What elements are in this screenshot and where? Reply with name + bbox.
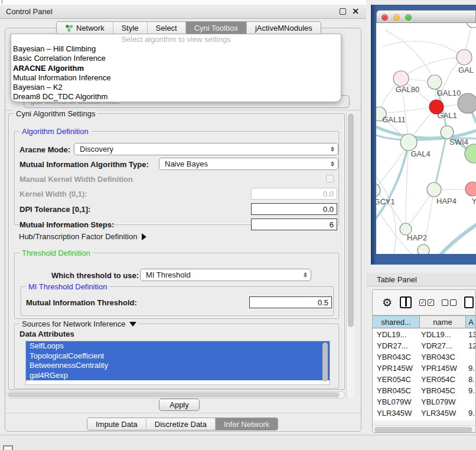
attribute-item-selected[interactable]: gal4RGexp [26,371,330,381]
dpi-tolerance-field[interactable]: 0.0 [251,203,337,215]
settings-horizontal-scrollbar[interactable] [6,391,345,399]
table-row[interactable]: YDL19...YDL19...13 [373,329,476,340]
node-unlabeled[interactable] [467,23,476,28]
tab-select[interactable]: Select [148,22,186,34]
tab-infer-network[interactable]: Infer Network [216,418,278,430]
mi-type-combo[interactable]: Naive Bayes [159,158,338,170]
cell-extra[interactable]: 9 [466,419,476,420]
algorithm-option[interactable]: Bayesian – K2 [11,83,341,92]
node-hap4[interactable] [427,182,441,197]
table-row[interactable]: YLR345WYLR345W9. [373,407,476,419]
kernel-width-field[interactable]: 0.0 [251,188,337,200]
column-header-name[interactable]: name [420,316,466,328]
algorithm-option[interactable]: Dream8 DC_TDC Algorithm [11,92,341,102]
node-swi4[interactable] [441,126,454,139]
column-header-extra[interactable]: A [466,316,476,328]
cell-extra[interactable]: 13 [466,329,476,340]
zoom-window-icon[interactable] [405,14,412,21]
cell-name[interactable]: YIL052C [420,419,466,420]
node-gal10[interactable] [428,75,442,89]
algorithm-option[interactable]: Bayesian – Hill Climbing [11,44,341,54]
sources-group-title[interactable]: Sources for Network Inference [19,319,139,328]
settings-vertical-scrollbar[interactable] [346,112,354,398]
cell-name[interactable]: YER054C [420,374,466,385]
network-view-canvas[interactable]: GAL GAL80 GAL10 GAL1 GAL11 SWI4 GAL4 GCY… [376,23,476,254]
which-threshold-combo[interactable]: MI Threshold [140,269,311,281]
list-scrollbar-thumb[interactable] [322,343,328,381]
gear-icon[interactable]: ⚙ [382,297,392,308]
mi-steps-field[interactable]: 6 [251,219,337,230]
table-row[interactable]: YBR043CYBR043C [373,351,476,363]
attribute-item-selected[interactable]: BetweennessCentrality [26,361,330,371]
tab-discretize-data[interactable]: Discretize Data [146,418,216,430]
close-window-icon[interactable] [382,14,388,21]
tab-impute-data[interactable]: Impute Data [87,418,146,430]
table-hscroll-thumb[interactable] [374,427,472,432]
cell-name[interactable]: YBR045C [420,385,466,396]
attribute-item-selected[interactable]: TopologicalCoefficient [26,351,330,361]
algorithm-option[interactable]: Basic Correlation Inference [11,54,341,63]
node-gal4[interactable] [400,134,417,151]
cell-name[interactable]: YBR043C [420,351,466,363]
document-icon[interactable] [464,296,474,308]
cell-name[interactable]: YDR27... [420,340,466,351]
tab-network[interactable]: Network [57,22,113,34]
cell-extra[interactable] [466,351,476,363]
cell-shared-name[interactable]: YPR145W [373,363,420,374]
node-partial-bottom[interactable] [418,244,429,254]
cell-name[interactable]: YPR145W [420,363,466,374]
cell-extra[interactable]: 9. [466,363,476,374]
network-window-titlebar[interactable] [376,10,476,23]
minimized-panel-icon[interactable] [3,445,13,450]
node-gal80[interactable] [393,71,409,86]
manual-kernel-checkbox[interactable] [326,175,334,182]
table-row[interactable]: YER054CYER054C8. [373,374,476,385]
cell-shared-name[interactable]: YBR045C [373,385,420,396]
vscroll-thumb[interactable] [348,113,354,327]
minimize-window-icon[interactable] [393,14,400,21]
close-panel-icon[interactable]: ✕ [351,6,360,16]
attribute-item-selected[interactable]: SelfLoops [26,341,330,351]
cell-name[interactable]: YDL19... [420,329,466,340]
cell-name[interactable]: YLR345W [420,407,466,419]
data-attributes-list[interactable]: SelfLoopsTopologicalCoefficientBetweenne… [25,341,330,385]
cell-extra[interactable]: 9. [466,407,476,419]
tab-cyni-toolbox[interactable]: Cyni Toolbox [186,22,247,34]
tab-jactivemnodules[interactable]: jActiveMNodules [247,22,321,34]
table-row[interactable]: YDR27...YDR27...12 [373,340,476,351]
data-attributes-label: Data Attributes [19,330,74,338]
column-header-shared[interactable]: shared... [373,316,420,328]
node-salmon[interactable] [465,182,476,196]
cell-name[interactable]: YBL079W [420,396,466,407]
table-row[interactable]: YBR045CYBR045C9. [373,385,476,396]
cell-shared-name[interactable]: YLR345W [373,407,420,419]
table-horizontal-scrollbar[interactable] [373,425,476,433]
cell-shared-name[interactable]: YER054C [373,374,420,385]
cell-extra[interactable]: 9. [466,385,476,396]
hub-definition-toggle[interactable]: Hub/Transcription Factor Definition [19,232,146,243]
cell-shared-name[interactable]: YDL19... [373,329,420,340]
float-panel-icon[interactable] [340,8,346,15]
node-gal-pink[interactable] [457,50,472,65]
unchecked-pair-icon[interactable] [442,299,457,306]
cell-shared-name[interactable]: YDR27... [373,340,420,351]
cell-extra[interactable] [466,396,476,407]
cell-shared-name[interactable]: YBR043C [373,351,420,363]
table-row[interactable]: YBL079WYBL079W [373,396,476,407]
table-row[interactable]: YPR145WYPR145W9. [373,363,476,374]
split-columns-icon[interactable] [400,296,412,308]
algorithm-option[interactable]: Mutual Information Inference [11,73,341,83]
cell-shared-name[interactable]: YIL052C [373,419,420,420]
tab-style[interactable]: Style [113,22,148,34]
algorithm-option[interactable]: ARACNE Algorithm [11,64,341,73]
hscroll-thumb[interactable] [8,392,340,397]
bottom-strip [0,435,476,450]
table-row[interactable]: YIL052CYIL052C9 [373,419,476,420]
cell-extra[interactable]: 8. [466,374,476,385]
mi-threshold-field[interactable]: 0.5 [249,296,332,308]
apply-button[interactable]: Apply [159,399,200,411]
cell-shared-name[interactable]: YBL079W [373,396,420,407]
aracne-mode-combo[interactable]: Discovery [74,143,338,155]
checked-pair-icon[interactable]: ✓ ✓ [419,299,434,306]
cell-extra[interactable]: 12 [466,340,476,351]
